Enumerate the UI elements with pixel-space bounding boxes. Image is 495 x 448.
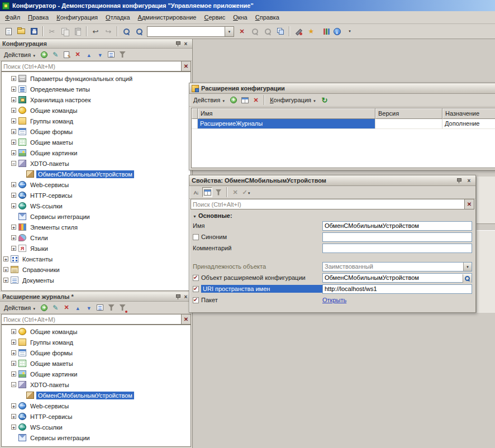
add-button[interactable] [229,95,239,105]
delete-button[interactable] [73,50,83,60]
tree-item[interactable]: +Общие макеты [2,137,191,147]
column-header[interactable]: Версия [375,108,442,119]
tree-item[interactable]: +Общие формы [2,126,191,137]
clear-search-button[interactable] [236,25,248,37]
tree-item-label[interactable]: HTTP-сервисы [28,192,74,199]
tree-item-label[interactable]: Хранилища настроек [28,96,92,104]
expand-icon[interactable]: + [11,97,16,102]
tree-item[interactable]: −XDTO-пакеты [2,379,191,390]
extension-row[interactable]: РасширениеЖурналыДополнение [192,119,495,129]
menu-item[interactable]: Отладка [102,12,134,22]
open-package-link[interactable]: Открыть [322,297,346,303]
tree-item-label[interactable]: Общие картинки [28,370,79,378]
lookup-button[interactable] [463,274,472,283]
windows-button[interactable] [274,25,287,37]
window-titlebar[interactable]: Расширения конфигурации [189,83,495,94]
save-button[interactable] [28,25,40,37]
tree-item[interactable]: +Общие формы [2,347,191,358]
sort-list-button[interactable] [106,50,116,60]
categories-view-button[interactable] [202,187,212,197]
synonym-field[interactable] [322,232,472,242]
move-down-button[interactable] [84,303,94,313]
tree-item[interactable]: Сервисы интеграции [2,432,191,443]
close-icon[interactable]: × [182,40,190,47]
close-icon[interactable]: × [465,177,473,184]
actions-button[interactable]: Действия [191,96,227,104]
tree-item[interactable]: +Стили [2,232,191,243]
cell-version[interactable] [375,119,442,129]
expand-icon[interactable]: + [11,403,16,408]
tree-item[interactable]: +Общие команды [2,326,191,337]
tree-item-label[interactable]: Справочники [21,266,61,274]
apply-button[interactable] [241,187,251,197]
tree-item-label[interactable]: Определяемые типы [28,85,92,93]
redo-button[interactable]: ↪ [102,25,115,37]
actions-button[interactable]: Действия [2,51,38,59]
tree-item[interactable]: +Группы команд [2,337,191,347]
expand-icon[interactable]: + [11,371,16,376]
toolbar-overflow-button[interactable] [344,25,356,37]
expand-icon[interactable]: + [11,246,16,251]
tree-item-label[interactable]: XDTO-пакеты [28,381,71,389]
filter-settings-button[interactable] [117,303,127,313]
menu-item[interactable]: Файл [1,12,24,22]
pin-icon[interactable] [173,40,182,47]
tree-item-label[interactable]: Элементы стиля [28,223,79,231]
sort-alphabet-button[interactable] [191,187,201,197]
expand-icon[interactable]: + [11,350,16,355]
open-button[interactable] [15,25,27,37]
tree-item-label[interactable]: Общие картинки [28,149,79,157]
package-checkbox[interactable] [193,297,199,303]
tree-item-label[interactable]: WS-ссылки [28,423,64,431]
combobox-dropdown-icon[interactable] [225,26,234,37]
list-view-button[interactable] [240,95,250,105]
syntax-help-button[interactable] [318,25,330,37]
expand-icon[interactable]: + [11,182,16,187]
tree-item[interactable]: Сервисы интеграции [2,211,191,222]
menu-item[interactable]: Администрирование [134,12,201,22]
clear-property-button[interactable] [230,187,240,197]
tree-item[interactable]: +WS-ссылки [2,422,191,432]
expand-icon[interactable]: + [11,329,16,334]
tree-item[interactable]: +Группы команд [2,116,191,126]
expand-icon[interactable]: + [11,340,16,345]
delete-button[interactable] [61,303,72,313]
paste-button[interactable] [72,25,84,37]
actions-button[interactable]: Действия [2,304,38,312]
menu-item[interactable]: Правка [24,12,53,22]
add-button[interactable] [39,50,49,60]
configuration-button[interactable]: Конфигурация [268,96,318,104]
uri-checkbox[interactable] [193,286,199,292]
property-label-selected[interactable]: URI пространства имен [201,285,322,293]
tree-item-label[interactable]: Web-сервисы [28,181,70,189]
tree-item-label[interactable]: Web-сервисы [28,402,70,410]
tree-item[interactable]: +Документы [2,275,191,285]
search-input[interactable] [1,61,182,72]
cut-button[interactable]: ✂ [46,25,58,37]
extended-object-checkbox[interactable] [193,275,199,281]
tree-item[interactable]: +HTTP-сервисы [2,190,191,201]
tree-item-label[interactable]: XDTO-пакеты [28,160,71,168]
tree-item-label[interactable]: ОбменСМобильнымУстройством [36,170,134,178]
pin-icon[interactable] [173,293,182,301]
info-button[interactable] [331,25,343,37]
tree-item[interactable]: +Web-сервисы [2,179,191,190]
clear-search-icon[interactable]: ✕ [465,199,474,209]
tree-item-label[interactable]: Параметры функциональных опций [28,75,134,83]
expand-icon[interactable]: + [11,87,16,92]
tree-item[interactable]: +Параметры функциональных опций [2,73,191,84]
tree-item[interactable]: +Общие картинки [2,369,191,379]
belonging-combobox[interactable]: Заимствованный [322,262,472,271]
move-down-button[interactable] [95,50,105,60]
tree-item[interactable]: +WS-ссылки [2,201,191,211]
tree-item-label[interactable]: HTTP-сервисы [28,413,74,421]
uri-field[interactable] [322,284,472,294]
expand-icon[interactable]: + [11,225,16,230]
tree-item[interactable]: +Web-сервисы [2,401,191,411]
add-button[interactable] [39,303,49,313]
tree-item-label[interactable]: Общие макеты [28,360,75,368]
cell-purpose[interactable]: Дополнение [442,119,495,129]
tree-item[interactable]: ОбменСМобильнымУстройством [2,169,191,179]
clear-search-icon[interactable]: ✕ [182,61,191,72]
section-basic[interactable]: Основные: [193,211,472,220]
